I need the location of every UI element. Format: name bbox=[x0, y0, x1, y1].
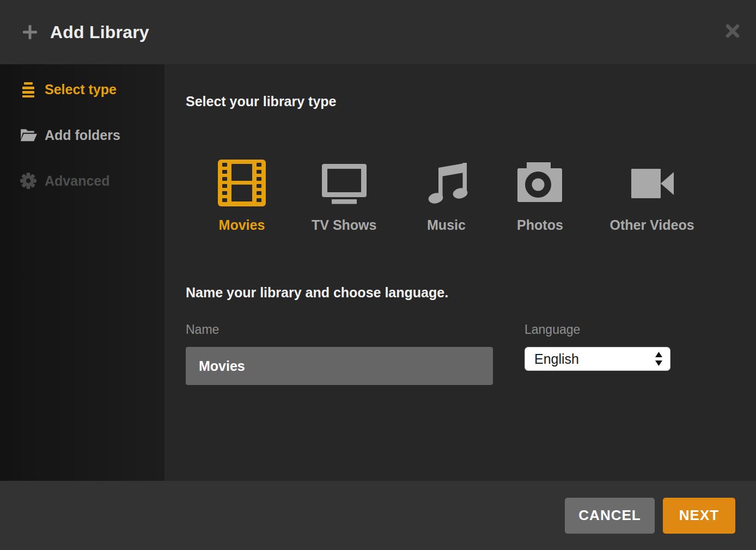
film-strip-icon bbox=[218, 160, 266, 206]
fields-row: Name Language English bbox=[186, 322, 756, 385]
cancel-button[interactable]: CANCEL bbox=[565, 498, 655, 534]
tv-icon bbox=[320, 160, 368, 206]
select-type-heading: Select your library type bbox=[186, 93, 756, 109]
library-type-label: Movies bbox=[219, 217, 265, 233]
sidebar-item-label: Advanced bbox=[45, 173, 109, 189]
sidebar-item-label: Select type bbox=[45, 82, 117, 97]
select-arrows-icon bbox=[655, 352, 663, 366]
library-type-other-videos[interactable]: Other Videos bbox=[609, 160, 694, 233]
name-language-heading: Name your library and choose language. bbox=[186, 284, 756, 301]
library-type-label: TV Shows bbox=[312, 217, 376, 233]
dialog-footer: CANCEL NEXT bbox=[0, 481, 756, 550]
wizard-step-content: Select your library type bbox=[164, 64, 756, 481]
language-field-label: Language bbox=[525, 322, 670, 337]
language-select[interactable]: English bbox=[525, 347, 670, 371]
library-type-label: Photos bbox=[517, 217, 563, 233]
library-type-label: Music bbox=[427, 217, 466, 233]
gear-icon bbox=[20, 172, 37, 190]
name-field-label: Name bbox=[186, 322, 493, 337]
library-type-music[interactable]: Music bbox=[422, 160, 470, 233]
video-camera-icon bbox=[628, 160, 676, 206]
sidebar-item-label: Add folders bbox=[45, 127, 120, 143]
library-type-tv-shows[interactable]: TV Shows bbox=[312, 160, 376, 233]
library-type-label: Other Videos bbox=[609, 217, 694, 233]
library-type-row: Movies TV Shows bbox=[218, 160, 756, 233]
list-icon bbox=[20, 81, 37, 98]
music-note-icon bbox=[422, 160, 470, 206]
wizard-steps-sidebar: Select type Add folders bbox=[0, 64, 164, 481]
dialog-header: Add Library bbox=[0, 0, 756, 64]
language-field-group: Language English bbox=[525, 322, 670, 385]
close-icon[interactable] bbox=[724, 23, 741, 39]
name-field-group: Name bbox=[186, 322, 493, 385]
camera-icon bbox=[516, 160, 564, 206]
next-button[interactable]: NEXT bbox=[663, 498, 735, 534]
plus-icon bbox=[22, 24, 38, 40]
dialog-title: Add Library bbox=[50, 22, 149, 42]
folder-open-icon bbox=[20, 126, 37, 144]
sidebar-item-add-folders[interactable]: Add folders bbox=[0, 112, 164, 158]
sidebar-item-select-type[interactable]: Select type bbox=[0, 66, 164, 112]
library-type-movies[interactable]: Movies bbox=[218, 160, 266, 233]
sidebar-item-advanced: Advanced bbox=[0, 158, 164, 204]
library-type-photos[interactable]: Photos bbox=[516, 160, 564, 233]
library-name-input[interactable] bbox=[186, 347, 493, 385]
language-select-value: English bbox=[534, 351, 655, 367]
